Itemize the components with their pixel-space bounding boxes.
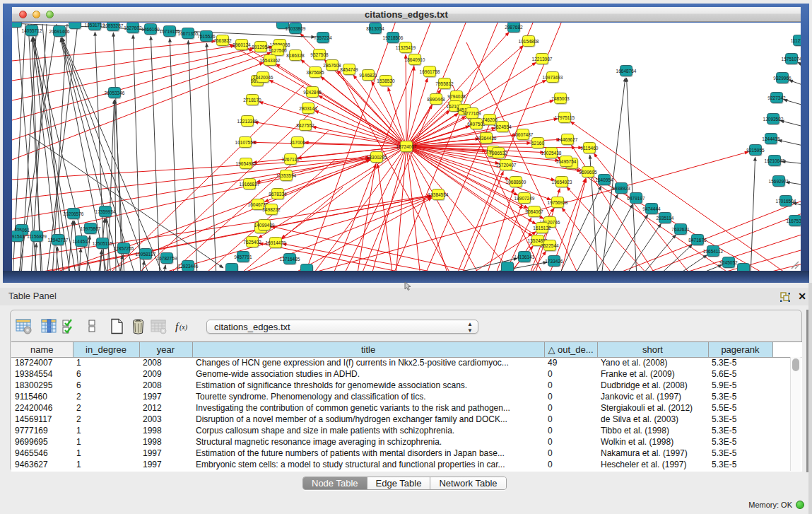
column-header-short[interactable]: short [597,342,708,357]
graph-node[interactable] [12,23,22,28]
new-table-icon[interactable] [109,318,125,334]
table-cell[interactable]: 0 [544,414,597,425]
table-cell[interactable]: 0 [544,402,597,414]
table-cell[interactable]: 1997 [139,391,192,402]
table-cell[interactable]: 1 [73,459,139,470]
table-cell[interactable]: 5.5E-5 [708,402,772,414]
table-cell[interactable]: de Silva et al. (2003) [597,414,708,425]
column-header-out_de[interactable]: △ out_de... [544,342,597,357]
table-row[interactable]: 1872400712008Changes of HCN gene express… [11,357,801,368]
tab-edge-table[interactable]: Edge Table [367,477,431,489]
table-cell[interactable]: 1 [73,425,139,436]
table-cell[interactable]: Estimation of significance thresholds fo… [192,380,544,391]
table-cell[interactable]: Tibbo et al. (1998) [597,425,708,436]
network-window-titlebar[interactable]: citations_edges.txt [12,7,801,22]
table-cell[interactable]: Tourette syndrome. Phenomenology and cla… [192,391,544,402]
table-row[interactable]: 911546021997Tourette syndrome. Phenomeno… [11,391,801,402]
table-cell[interactable]: 6 [73,380,139,391]
table-selector-dropdown[interactable]: citations_edges.txt ▲▼ [206,320,478,334]
table-cell[interactable]: Estimation of the future numbers of pati… [192,448,544,459]
table-row[interactable]: 946362711997Embryonic stem cells: a mode… [11,459,801,470]
table-cell[interactable]: 9777169 [11,425,73,436]
column-header-pagerank[interactable]: pagerank [708,342,772,357]
scrollbar-thumb[interactable] [792,358,799,371]
table-cell[interactable]: Wolkin et al. (1998) [597,436,708,448]
table-cell[interactable]: 5.3E-5 [708,448,772,459]
table-cell[interactable]: 5.3E-5 [708,357,772,368]
table-cell[interactable]: 2 [73,414,139,425]
delete-table-icon[interactable] [130,318,146,334]
table-cell[interactable]: Yano et al. (2008) [597,357,708,368]
select-rows-icon[interactable] [61,318,78,334]
table-cell[interactable]: 9699695 [11,436,73,448]
table-cell[interactable]: 9115460 [11,391,73,402]
table-cell[interactable]: Dudbridge et al. (2008) [597,380,708,391]
table-cell[interactable]: Disruption of a novel member of a sodium… [192,414,544,425]
table-cell[interactable]: 1997 [139,459,192,470]
table-cell[interactable]: 6 [73,368,139,380]
table-cell[interactable]: 0 [544,459,597,470]
table-row[interactable]: 977716911998Corpus callosum shape and si… [11,425,801,436]
table-cell[interactable]: 9463627 [11,459,73,470]
table-cell[interactable]: Genome-wide association studies in ADHD. [192,368,544,380]
table-cell[interactable]: 1 [73,357,139,368]
table-cell[interactable]: 2008 [139,380,192,391]
table-cell[interactable]: 2 [73,391,139,402]
node-attribute-table[interactable]: namein_degreeyeartitle△ out_de...shortpa… [11,342,801,470]
table-row[interactable]: 1456911722003Disruption of a novel membe… [11,414,801,425]
table-cell[interactable]: 5.3E-5 [708,425,772,436]
table-cell[interactable]: 9465546 [11,448,73,459]
table-cell[interactable]: Embryonic stem cells: a model to study s… [192,459,544,470]
table-settings-icon[interactable] [16,318,32,334]
table-cell[interactable]: Jankovic et al. (1997) [597,391,708,402]
table-cell[interactable]: 2008 [139,357,192,368]
table-row[interactable]: 1938455462009Genome-wide association stu… [11,368,801,380]
graph-node[interactable] [502,262,514,271]
float-window-icon[interactable] [780,292,790,302]
row-height-icon[interactable] [84,318,100,334]
table-cell[interactable]: Hescheler et al. (1997) [597,459,708,470]
table-cell[interactable]: Investigating the contribution of common… [192,402,544,414]
table-cell[interactable]: 5.3E-5 [708,436,772,448]
column-header-year[interactable]: year [139,342,192,357]
table-cell[interactable]: 5.3E-5 [708,391,772,402]
resize-handle-icon[interactable] [789,259,799,269]
table-cell[interactable]: 1997 [139,448,192,459]
column-header-name[interactable]: name [11,342,73,357]
table-cell[interactable]: 2009 [139,368,192,380]
column-header-in_degree[interactable]: in_degree [73,342,139,357]
table-row[interactable]: 946554611997Estimation of the future num… [11,448,801,459]
table-cell[interactable]: 2 [73,402,139,414]
table-cell[interactable]: 0 [544,436,597,448]
table-cell[interactable]: 5.3E-5 [708,414,772,425]
network-graph[interactable]: 1405571220691406185317191085328715276026… [12,23,801,271]
network-canvas[interactable]: 1405571220691406185317191085328715276026… [12,23,801,271]
table-cell[interactable]: 0 [544,391,597,402]
tab-network-table[interactable]: Network Table [430,477,505,489]
table-cell[interactable]: 14569117 [11,414,73,425]
table-cell[interactable]: 1 [73,448,139,459]
tab-node-table[interactable]: Node Table [303,477,367,489]
table-cell[interactable]: Nakamura et al. (1997) [597,448,708,459]
table-scrollbar[interactable] [790,357,801,471]
table-cell[interactable]: Franke et al. (2009) [597,368,708,380]
table-cell[interactable]: 49 [544,357,597,368]
table-cell[interactable]: 5.3E-5 [708,459,772,470]
table-cell[interactable]: Corpus callosum shape and size in male p… [192,425,544,436]
graph-node[interactable] [226,264,238,271]
table-cell[interactable]: 1998 [139,436,192,448]
close-panel-icon[interactable]: ✕ [796,291,808,302]
table-cell[interactable]: 0 [544,448,597,459]
graph-node[interactable] [301,264,313,271]
table-cell[interactable]: Changes of HCN gene expression and I(f) … [192,357,544,368]
table-cell[interactable]: 1998 [139,425,192,436]
column-header-title[interactable]: title [192,342,544,357]
table-cell[interactable]: 0 [544,368,597,380]
table-cell[interactable]: 2012 [139,402,192,414]
table-row[interactable]: 1830029562008Estimation of significance … [11,380,801,391]
table-row[interactable]: 2242004622012Investigating the contribut… [11,402,801,414]
table-cell[interactable]: 22420046 [11,402,73,414]
table-row[interactable]: 969969511998Structural magnetic resonanc… [11,436,801,448]
column-visibility-icon[interactable] [41,318,57,334]
table-cell[interactable]: 0 [544,425,597,436]
